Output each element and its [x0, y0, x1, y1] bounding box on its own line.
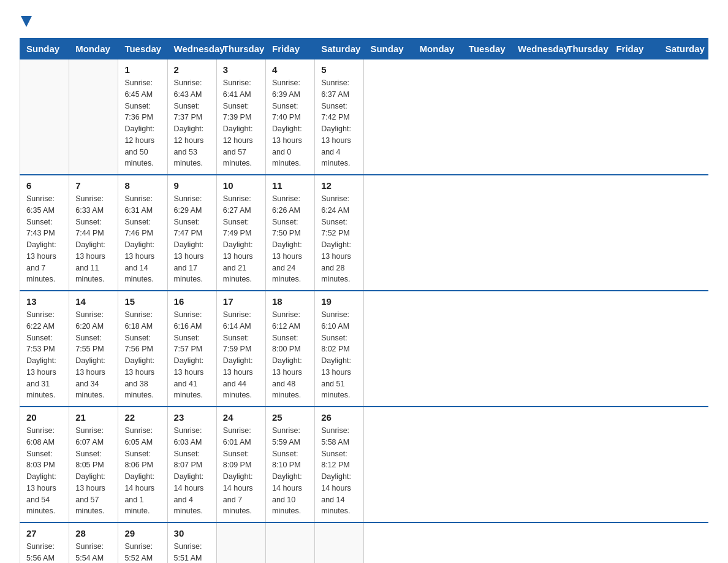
day-number: 19: [321, 296, 357, 307]
day-number: 13: [26, 296, 63, 307]
calendar-cell: 17Sunrise: 6:14 AM Sunset: 7:59 PM Dayli…: [216, 291, 265, 407]
logo-triangle-icon: [21, 16, 32, 27]
calendar-cell: 28Sunrise: 5:54 AM Sunset: 8:14 PM Dayli…: [69, 523, 118, 563]
calendar-cell: 5Sunrise: 6:37 AM Sunset: 7:42 PM Daylig…: [315, 59, 364, 175]
column-header-tuesday: Tuesday: [118, 39, 167, 59]
calendar-cell: 26Sunrise: 5:58 AM Sunset: 8:12 PM Dayli…: [315, 407, 364, 523]
calendar-cell: 23Sunrise: 6:03 AM Sunset: 8:07 PM Dayli…: [167, 407, 216, 523]
column-header-monday: Monday: [69, 39, 118, 59]
day-number: 30: [174, 528, 210, 538]
day-info: Sunrise: 6:29 AM Sunset: 7:47 PM Dayligh…: [174, 193, 210, 285]
day-info: Sunrise: 6:03 AM Sunset: 8:07 PM Dayligh…: [174, 425, 210, 517]
day-info: Sunrise: 5:58 AM Sunset: 8:12 PM Dayligh…: [321, 425, 357, 517]
day-number: 28: [75, 528, 112, 538]
day-info: Sunrise: 5:54 AM Sunset: 8:14 PM Dayligh…: [75, 541, 112, 563]
calendar-cell: [216, 523, 265, 563]
day-number: 27: [26, 528, 63, 538]
day-number: 20: [26, 412, 63, 423]
day-number: 17: [223, 296, 259, 307]
logo: [20, 15, 32, 27]
calendar-cell: [20, 59, 69, 175]
column-header-friday: Friday: [266, 39, 315, 59]
day-number: 6: [26, 180, 63, 191]
svg-marker-0: [21, 16, 32, 27]
calendar-cell: 19Sunrise: 6:10 AM Sunset: 8:02 PM Dayli…: [315, 291, 364, 407]
day-info: Sunrise: 6:43 AM Sunset: 7:37 PM Dayligh…: [174, 77, 210, 169]
day-info: Sunrise: 5:56 AM Sunset: 8:13 PM Dayligh…: [26, 541, 63, 563]
day-info: Sunrise: 6:16 AM Sunset: 7:57 PM Dayligh…: [174, 309, 210, 401]
calendar-cell: [69, 59, 118, 175]
day-number: 29: [124, 528, 161, 538]
calendar-week-row: 1Sunrise: 6:45 AM Sunset: 7:36 PM Daylig…: [20, 59, 708, 175]
day-info: Sunrise: 6:24 AM Sunset: 7:52 PM Dayligh…: [321, 193, 357, 285]
calendar-cell: 2Sunrise: 6:43 AM Sunset: 7:37 PM Daylig…: [167, 59, 216, 175]
calendar-cell: 7Sunrise: 6:33 AM Sunset: 7:44 PM Daylig…: [69, 175, 118, 291]
day-info: Sunrise: 6:20 AM Sunset: 7:55 PM Dayligh…: [75, 309, 112, 401]
calendar-cell: 16Sunrise: 6:16 AM Sunset: 7:57 PM Dayli…: [167, 291, 216, 407]
day-number: 7: [75, 180, 112, 191]
calendar-cell: 30Sunrise: 5:51 AM Sunset: 8:17 PM Dayli…: [167, 523, 216, 563]
column-header-friday: Friday: [610, 39, 659, 59]
day-number: 23: [174, 412, 210, 423]
calendar-cell: [266, 523, 315, 563]
day-info: Sunrise: 6:22 AM Sunset: 7:53 PM Dayligh…: [26, 309, 63, 401]
day-info: Sunrise: 6:45 AM Sunset: 7:36 PM Dayligh…: [124, 77, 161, 169]
day-number: 22: [124, 412, 161, 423]
page-header: [20, 15, 708, 27]
calendar-cell: 6Sunrise: 6:35 AM Sunset: 7:43 PM Daylig…: [20, 175, 69, 291]
calendar-cell: 13Sunrise: 6:22 AM Sunset: 7:53 PM Dayli…: [20, 291, 69, 407]
day-number: 1: [124, 64, 161, 75]
day-info: Sunrise: 5:52 AM Sunset: 8:16 PM Dayligh…: [124, 541, 161, 563]
calendar-cell: 20Sunrise: 6:08 AM Sunset: 8:03 PM Dayli…: [20, 407, 69, 523]
column-header-tuesday: Tuesday: [462, 39, 511, 59]
calendar-week-row: 6Sunrise: 6:35 AM Sunset: 7:43 PM Daylig…: [20, 175, 708, 291]
calendar-cell: 10Sunrise: 6:27 AM Sunset: 7:49 PM Dayli…: [216, 175, 265, 291]
column-header-wednesday: Wednesday: [512, 39, 561, 59]
day-info: Sunrise: 6:05 AM Sunset: 8:06 PM Dayligh…: [124, 425, 161, 517]
day-info: Sunrise: 6:27 AM Sunset: 7:49 PM Dayligh…: [223, 193, 259, 285]
day-info: Sunrise: 6:18 AM Sunset: 7:56 PM Dayligh…: [124, 309, 161, 401]
day-info: Sunrise: 6:07 AM Sunset: 8:05 PM Dayligh…: [75, 425, 112, 517]
calendar-cell: 1Sunrise: 6:45 AM Sunset: 7:36 PM Daylig…: [118, 59, 167, 175]
day-info: Sunrise: 6:26 AM Sunset: 7:50 PM Dayligh…: [272, 193, 308, 285]
calendar-cell: 9Sunrise: 6:29 AM Sunset: 7:47 PM Daylig…: [167, 175, 216, 291]
calendar-week-row: 13Sunrise: 6:22 AM Sunset: 7:53 PM Dayli…: [20, 291, 708, 407]
column-header-saturday: Saturday: [659, 39, 708, 59]
day-info: Sunrise: 6:01 AM Sunset: 8:09 PM Dayligh…: [223, 425, 259, 517]
calendar-cell: 12Sunrise: 6:24 AM Sunset: 7:52 PM Dayli…: [315, 175, 364, 291]
calendar-week-row: 20Sunrise: 6:08 AM Sunset: 8:03 PM Dayli…: [20, 407, 708, 523]
day-number: 11: [272, 180, 308, 191]
day-number: 26: [321, 412, 357, 423]
day-info: Sunrise: 6:35 AM Sunset: 7:43 PM Dayligh…: [26, 193, 63, 285]
day-info: Sunrise: 6:33 AM Sunset: 7:44 PM Dayligh…: [75, 193, 112, 285]
day-number: 10: [223, 180, 259, 191]
day-number: 14: [75, 296, 112, 307]
calendar-cell: 3Sunrise: 6:41 AM Sunset: 7:39 PM Daylig…: [216, 59, 265, 175]
calendar-table: SundayMondayTuesdayWednesdayThursdayFrid…: [20, 38, 708, 563]
day-info: Sunrise: 6:41 AM Sunset: 7:39 PM Dayligh…: [223, 77, 259, 169]
day-info: Sunrise: 6:08 AM Sunset: 8:03 PM Dayligh…: [26, 425, 63, 517]
day-number: 25: [272, 412, 308, 423]
column-header-thursday: Thursday: [216, 39, 265, 59]
day-info: Sunrise: 6:14 AM Sunset: 7:59 PM Dayligh…: [223, 309, 259, 401]
day-info: Sunrise: 5:59 AM Sunset: 8:10 PM Dayligh…: [272, 425, 308, 517]
day-info: Sunrise: 6:12 AM Sunset: 8:00 PM Dayligh…: [272, 309, 308, 401]
day-number: 24: [223, 412, 259, 423]
day-number: 2: [174, 64, 210, 75]
calendar-cell: 21Sunrise: 6:07 AM Sunset: 8:05 PM Dayli…: [69, 407, 118, 523]
calendar-cell: 14Sunrise: 6:20 AM Sunset: 7:55 PM Dayli…: [69, 291, 118, 407]
calendar-cell: 24Sunrise: 6:01 AM Sunset: 8:09 PM Dayli…: [216, 407, 265, 523]
column-header-thursday: Thursday: [561, 39, 610, 59]
column-header-saturday: Saturday: [315, 39, 364, 59]
column-header-sunday: Sunday: [20, 39, 69, 59]
calendar-cell: [315, 523, 364, 563]
day-number: 3: [223, 64, 259, 75]
day-info: Sunrise: 6:37 AM Sunset: 7:42 PM Dayligh…: [321, 77, 357, 169]
calendar-cell: 25Sunrise: 5:59 AM Sunset: 8:10 PM Dayli…: [266, 407, 315, 523]
calendar-cell: 27Sunrise: 5:56 AM Sunset: 8:13 PM Dayli…: [20, 523, 69, 563]
day-number: 4: [272, 64, 308, 75]
day-info: Sunrise: 6:10 AM Sunset: 8:02 PM Dayligh…: [321, 309, 357, 401]
day-number: 16: [174, 296, 210, 307]
day-info: Sunrise: 5:51 AM Sunset: 8:17 PM Dayligh…: [174, 541, 210, 563]
calendar-cell: 11Sunrise: 6:26 AM Sunset: 7:50 PM Dayli…: [266, 175, 315, 291]
